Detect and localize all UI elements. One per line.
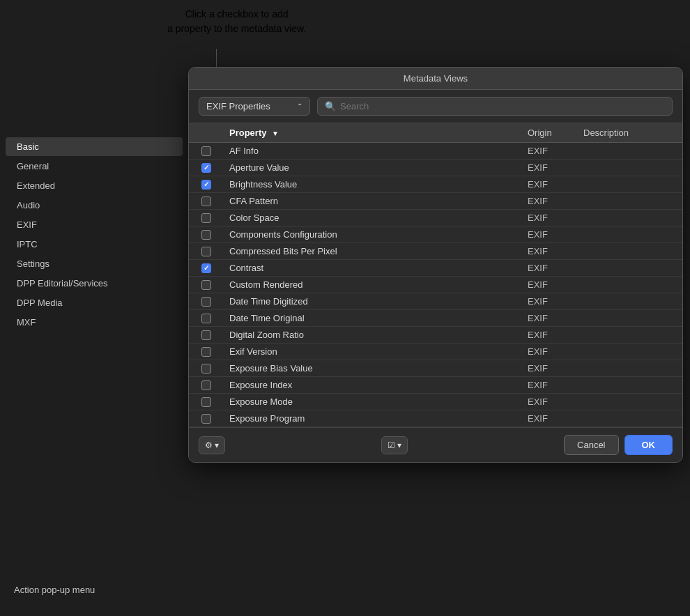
table-row: Aperture ValueEXIF [189, 160, 682, 176]
sidebar-item-iptc[interactable]: IPTC [6, 235, 183, 254]
sidebar-item-basic[interactable]: Basic [6, 137, 183, 156]
dialog-title: Metadata Views [404, 73, 468, 84]
sidebar-item-mxf[interactable]: MXF [6, 313, 183, 332]
property-checkbox[interactable] [201, 397, 211, 407]
property-name: Custom Rendered [224, 279, 522, 290]
property-origin: EXIF [522, 380, 578, 390]
property-name: Contrast [224, 263, 522, 273]
table-row: Exposure Bias ValueEXIF [189, 360, 682, 377]
sidebar-item-audio[interactable]: Audio [6, 196, 183, 215]
gear-button[interactable]: ⚙ ▾ [199, 436, 225, 454]
ok-button[interactable]: OK [624, 435, 673, 455]
property-name: CFA Pattern [224, 196, 522, 206]
exif-properties-dropdown[interactable]: EXIF Properties ⌃ [199, 97, 310, 116]
property-origin: EXIF [522, 263, 578, 273]
property-name: AF Info [224, 146, 522, 156]
header-property[interactable]: Property ▼ [224, 128, 522, 138]
cancel-button[interactable]: Cancel [564, 435, 618, 455]
property-name: Color Space [224, 213, 522, 223]
dropdown-label: EXIF Properties [206, 101, 270, 111]
table-row: Exposure ProgramEXIF [189, 410, 682, 427]
table-row: Exposure IndexEXIF [189, 377, 682, 394]
footer-right: Cancel OK [564, 435, 673, 455]
table-row: AF InfoEXIF [189, 143, 682, 160]
table-row: Digital Zoom RatioEXIF [189, 327, 682, 344]
property-origin: EXIF [522, 146, 578, 156]
sidebar-item-dpp-editorial[interactable]: DPP Editorial/Services [6, 274, 183, 293]
search-icon: 🔍 [325, 101, 336, 111]
sidebar-item-settings[interactable]: Settings [6, 254, 183, 273]
property-origin: EXIF [522, 346, 578, 357]
property-origin: EXIF [522, 396, 578, 407]
property-checkbox[interactable] [201, 213, 211, 223]
property-checkbox[interactable] [201, 146, 211, 156]
property-name: Date Time Digitized [224, 296, 522, 307]
table-row: Exposure ModeEXIF [189, 394, 682, 410]
footer-center: ☑ ▾ [231, 436, 558, 454]
table-row: Brightness ValueEXIF [189, 176, 682, 193]
table-row: CFA PatternEXIF [189, 193, 682, 210]
table-row: Custom RenderedEXIF [189, 277, 682, 293]
property-name: Brightness Value [224, 179, 522, 190]
property-name: Components Configuration [224, 229, 522, 240]
property-checkbox[interactable] [201, 280, 211, 290]
property-origin: EXIF [522, 196, 578, 206]
footer-left: ⚙ ▾ [199, 436, 225, 454]
metadata-views-dialog: Metadata Views EXIF Properties ⌃ 🔍 Prope… [188, 67, 683, 463]
property-name: Aperture Value [224, 162, 522, 173]
search-input[interactable] [340, 101, 665, 111]
table-header: Property ▼ Origin Description [189, 123, 682, 143]
property-checkbox[interactable] [201, 380, 211, 390]
property-name: Exif Version [224, 346, 522, 357]
property-origin: EXIF [522, 296, 578, 307]
property-origin: EXIF [522, 246, 578, 256]
tooltip-line2: a property to the metadata view. [167, 23, 306, 34]
gear-icon: ⚙ [205, 440, 213, 450]
bottom-label: Action pop-up menu [14, 585, 95, 595]
check-chevron-icon: ▾ [397, 440, 401, 450]
table-row: Date Time OriginalEXIF [189, 310, 682, 327]
table-row: Color SpaceEXIF [189, 210, 682, 226]
property-origin: EXIF [522, 229, 578, 240]
property-checkbox[interactable] [201, 364, 211, 374]
property-name: Exposure Mode [224, 396, 522, 407]
property-origin: EXIF [522, 213, 578, 223]
property-checkbox[interactable] [201, 197, 211, 206]
tooltip-line1: Click a checkbox to add [185, 8, 289, 20]
sidebar: BasicGeneralExtendedAudioEXIFIPTCSetting… [0, 137, 188, 332]
property-name: Exposure Bias Value [224, 363, 522, 374]
sidebar-item-exif[interactable]: EXIF [6, 215, 183, 234]
property-checkbox[interactable] [201, 347, 211, 357]
table-row: Exif VersionEXIF [189, 344, 682, 360]
sidebar-item-general[interactable]: General [6, 157, 183, 176]
header-description: Description [578, 128, 682, 138]
property-origin: EXIF [522, 179, 578, 190]
table-row: Components ConfigurationEXIF [189, 226, 682, 243]
check-icon: ☑ [388, 440, 395, 450]
property-name: Exposure Index [224, 380, 522, 390]
property-checkbox[interactable] [201, 297, 211, 307]
chevron-down-icon: ⌃ [297, 102, 302, 110]
check-dropdown-button[interactable]: ☑ ▾ [381, 436, 408, 454]
dialog-toolbar: EXIF Properties ⌃ 🔍 [189, 90, 682, 123]
sidebar-item-extended[interactable]: Extended [6, 176, 183, 195]
property-checkbox[interactable] [201, 247, 211, 256]
property-origin: EXIF [522, 162, 578, 173]
property-checkbox[interactable] [201, 414, 211, 424]
property-checkbox[interactable] [201, 230, 211, 240]
table-row: Date Time DigitizedEXIF [189, 293, 682, 310]
property-checkbox[interactable] [201, 263, 211, 273]
dialog-titlebar: Metadata Views [189, 68, 682, 90]
property-origin: EXIF [522, 363, 578, 374]
property-checkbox[interactable] [201, 314, 211, 323]
property-origin: EXIF [522, 330, 578, 340]
table-row: Compressed Bits Per PixelEXIF [189, 243, 682, 260]
property-checkbox[interactable] [201, 330, 211, 340]
property-origin: EXIF [522, 313, 578, 323]
property-checkbox[interactable] [201, 180, 211, 190]
sidebar-item-dpp-media[interactable]: DPP Media [6, 293, 183, 312]
sort-arrow-icon: ▼ [272, 130, 279, 137]
property-checkbox[interactable] [201, 163, 211, 173]
property-name: Digital Zoom Ratio [224, 330, 522, 340]
property-name: Compressed Bits Per Pixel [224, 246, 522, 256]
